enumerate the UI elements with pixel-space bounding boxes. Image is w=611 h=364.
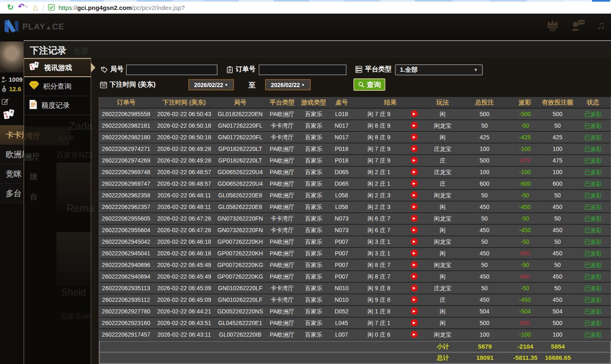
table-cell: 260222062923160 <box>99 318 153 328</box>
panel-menu: 9K♥视讯游戏积分查询额度记录 湾厅 洲厅 咪 台 Zada 总人数: 百家乐N… <box>24 58 91 364</box>
cards-icon: 9K♥ <box>2 109 16 121</box>
replay-button[interactable]: ▶ <box>411 226 418 233</box>
date-from-select[interactable]: 2026/02/22▼ <box>188 79 234 90</box>
table-cell: 500 <box>460 109 509 119</box>
table-cell: 500 <box>460 155 509 166</box>
replay-button[interactable]: ▶ <box>411 273 418 280</box>
replay-button[interactable]: ▶ <box>411 308 418 315</box>
search-button[interactable]: 查询 <box>353 78 385 91</box>
music-icon[interactable]: ♫ <box>596 19 605 32</box>
table-cell: 闲龙宝 <box>426 190 460 201</box>
table-cell: GN017262220FL <box>215 120 265 131</box>
replay-button[interactable]: ▶ <box>411 319 418 326</box>
table-cell: PA欧洲厅 <box>265 306 299 317</box>
table-cell: 闲 <box>426 109 460 119</box>
ghost-text: Zada <box>69 120 93 132</box>
table-cell: 260222062940896 <box>99 260 153 270</box>
menu-item-视讯游戏[interactable]: 9K♥视讯游戏 <box>24 58 91 77</box>
platform-type-label: 平台类型 <box>355 65 392 74</box>
table-cell: PA欧洲厅 <box>265 155 299 166</box>
replay-button[interactable]: ▶ <box>411 250 418 257</box>
reload-icon[interactable]: ↻ <box>4 2 17 13</box>
column-header: 局号 <box>215 97 265 108</box>
replay-button[interactable]: ▶ <box>411 215 418 222</box>
table-cell: 100 <box>460 167 509 177</box>
table-cell: 百家乐 <box>299 178 328 189</box>
home-icon[interactable]: ⌂ <box>29 2 41 13</box>
replay-button[interactable]: ▶ <box>411 331 418 338</box>
table-cell: 已派彩 <box>574 248 611 259</box>
platform-type-select[interactable]: 1.全部 ▼ <box>395 64 483 75</box>
replay-button[interactable]: ▶ <box>411 133 418 141</box>
replay-button[interactable]: ▶ <box>411 192 418 199</box>
replay-button[interactable]: ▶ <box>411 157 418 164</box>
table-cell: 475 <box>540 155 574 166</box>
replay-button[interactable]: ▶ <box>411 238 418 245</box>
table-cell: -425 <box>509 132 540 143</box>
total-cell: 总计 <box>426 352 460 363</box>
app-header: PLAY▲CE VIP ♫ <box>0 14 611 40</box>
back-icon[interactable]: ↶▼ <box>17 1 29 14</box>
column-header: 订单号 <box>99 97 153 108</box>
menu-item-额度记录[interactable]: 额度记录 <box>24 96 91 115</box>
replay-cell: ▶ <box>403 178 426 189</box>
round-no-input[interactable] <box>126 65 217 75</box>
replay-button[interactable]: ▶ <box>411 284 418 291</box>
online-count: * 1009 <box>1 76 24 83</box>
back-caret-icon[interactable]: ▼ <box>25 5 28 8</box>
table-cell: 闲 3 庄 1 <box>355 236 403 247</box>
table-cell: P007 <box>328 260 355 270</box>
table-cell: P018 <box>328 155 355 166</box>
ghost-text: 咪 <box>30 172 38 182</box>
replay-button[interactable]: ▶ <box>411 110 418 117</box>
table-cell: 50 <box>460 120 509 131</box>
customer-service-icon[interactable] <box>571 19 586 32</box>
replay-cell: ▶ <box>403 318 426 328</box>
date-to-select[interactable]: 2026/02/22▼ <box>265 79 311 90</box>
platform-type-value: 1.全部 <box>400 66 418 74</box>
table-cell: -50 <box>509 213 540 224</box>
column-header: 总投注 <box>460 97 509 108</box>
screen: ↻ ↶▼ ⌂ https://gci.png4gsn2.com/pc/pcv2/… <box>0 0 611 364</box>
table-cell: 已派彩 <box>574 109 611 119</box>
table-cell: 百家乐 <box>299 294 328 305</box>
replay-button[interactable]: ▶ <box>411 145 418 152</box>
table-cell: 50 <box>540 260 574 270</box>
column-header: 结果 <box>355 97 426 108</box>
table-cell: 百家乐 <box>299 120 328 131</box>
table-row: 2602220629821812026-02-22 06:50:18GN0172… <box>99 120 611 132</box>
url-bar[interactable]: https://gci.png4gsn2.com/pc/pcv2/index.j… <box>48 4 185 11</box>
replay-button[interactable]: ▶ <box>411 296 418 303</box>
column-header: 有效投注额 <box>540 97 574 108</box>
table-cell: 260222062935113 <box>99 283 153 294</box>
round-no-label: 局号 <box>101 65 124 74</box>
table-cell: 已派彩 <box>574 306 611 317</box>
table-total-row: 小计5879-21045854 <box>99 341 611 352</box>
replay-button[interactable]: ▶ <box>411 168 418 175</box>
url-text: https://gci.png4gsn2.com/pc/pcv2/index.j… <box>58 4 185 11</box>
browser-toolbar: ↻ ↶▼ ⌂ https://gci.png4gsn2.com/pc/pcv2/… <box>0 2 611 13</box>
table-cell: 庄 <box>426 155 460 166</box>
replay-button[interactable]: ▶ <box>411 122 418 129</box>
table-cell: -100 <box>509 167 540 177</box>
table-row: 2602220629351122026-02-22 06:45:09GN0102… <box>99 294 611 306</box>
table-cell: PA欧洲厅 <box>265 260 299 270</box>
table-cell: GN073262220FN <box>215 213 265 224</box>
menu-item-积分查询[interactable]: 积分查询 <box>24 77 91 96</box>
order-no-input[interactable] <box>259 65 346 75</box>
table-cell: PA欧洲厅 <box>265 167 299 177</box>
replay-button[interactable]: ▶ <box>411 203 418 210</box>
table-cell: 百家乐 <box>299 109 328 119</box>
replay-cell: ▶ <box>403 190 426 201</box>
table-cell: 庄龙宝 <box>426 167 460 177</box>
playace-logo[interactable]: PLAY▲CE <box>3 19 64 34</box>
replay-button[interactable]: ▶ <box>411 261 418 268</box>
total-cell: -5811.35 <box>510 352 541 363</box>
replay-button[interactable]: ▶ <box>411 180 418 187</box>
replay-cell: ▶ <box>403 167 426 177</box>
table-cell: 2026-02-22 06:43:51 <box>153 318 215 328</box>
table-cell: 2026-02-22 06:45:09 <box>153 294 215 305</box>
table-cell: 闲 <box>426 201 460 212</box>
table-cell: 475 <box>509 155 540 166</box>
vip-icon[interactable]: VIP <box>545 19 560 32</box>
